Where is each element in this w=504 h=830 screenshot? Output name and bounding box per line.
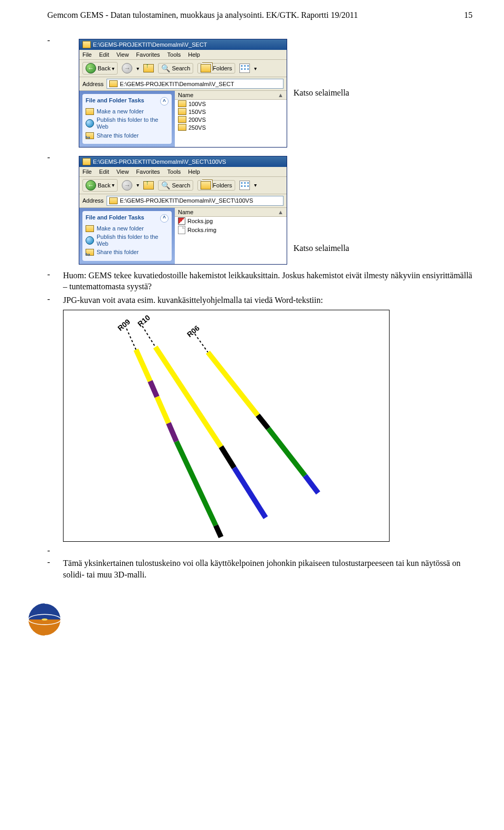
views-button[interactable] xyxy=(239,181,250,190)
bullet-dash: - xyxy=(47,546,63,555)
menu-edit[interactable]: Edit xyxy=(99,51,109,58)
chevron-down-icon: ▾ xyxy=(112,66,114,71)
bullet-dash: - xyxy=(47,270,63,279)
search-button[interactable]: 🔍 Search xyxy=(158,63,193,73)
caption-text: Katso selaimella xyxy=(293,88,349,98)
tasks-pane: File and Folder Tasks ^ Make a new folde… xyxy=(79,208,175,264)
menu-help[interactable]: Help xyxy=(188,51,200,58)
views-button[interactable] xyxy=(239,64,250,73)
menu-file[interactable]: File xyxy=(82,169,92,175)
svg-line-4 xyxy=(127,329,136,350)
task-publish[interactable]: Publish this folder to the Web xyxy=(86,234,169,247)
folders-button[interactable]: Folders xyxy=(197,63,235,73)
svg-line-10 xyxy=(216,526,221,537)
explorer-window-2: E:\GEMS-PROJEKTIT\Demomalmi\V_SECT\100VS… xyxy=(79,156,287,265)
svg-line-5 xyxy=(136,350,150,381)
chevron-down-icon: ▾ xyxy=(136,182,139,188)
address-input[interactable]: E:\GEMS-PROJEKTIT\Demomalmi\V_SECT\100VS xyxy=(107,196,284,206)
menu-bar[interactable]: File Edit View Favorites Tools Help xyxy=(79,50,287,60)
task-make-folder[interactable]: Make a new folder xyxy=(86,108,169,115)
menu-edit[interactable]: Edit xyxy=(99,169,109,175)
svg-line-8 xyxy=(169,423,176,442)
chevron-down-icon: ▾ xyxy=(112,182,114,188)
svg-line-11 xyxy=(195,334,208,352)
file-list: Name ▲ Rocks.jpg Rocks.rimg xyxy=(175,208,287,264)
explorer-window-1: E:\GEMS-PROJEKTIT\Demomalmi\V_SECT File … xyxy=(79,39,287,148)
page-number: 15 xyxy=(464,10,472,20)
window-title: E:\GEMS-PROJEKTIT\Demomalmi\V_SECT xyxy=(93,41,207,48)
window-titlebar[interactable]: E:\GEMS-PROJEKTIT\Demomalmi\V_SECT xyxy=(79,39,287,50)
bullet-dash: - xyxy=(47,295,63,304)
toolbar: ← Back ▾ → ▾ 🔍 Search Fol xyxy=(79,60,287,77)
menu-file[interactable]: File xyxy=(82,51,92,58)
chevron-down-icon: ▾ xyxy=(136,66,139,71)
menu-bar[interactable]: File Edit View Favorites Tools Help xyxy=(79,167,287,177)
task-make-folder[interactable]: Make a new folder xyxy=(86,225,169,232)
list-item[interactable]: 100VS xyxy=(175,100,287,108)
up-button[interactable] xyxy=(143,64,154,72)
svg-point-21 xyxy=(41,618,47,621)
forward-button[interactable]: → xyxy=(122,63,132,73)
gtk-logo xyxy=(26,601,472,638)
new-folder-icon xyxy=(86,225,94,232)
bullet-dash: - xyxy=(47,36,63,45)
globe-icon xyxy=(86,236,94,245)
folder-icon xyxy=(109,197,118,204)
menu-favorites[interactable]: Favorites xyxy=(136,169,160,175)
list-item[interactable]: 150VS xyxy=(175,108,287,115)
globe-icon xyxy=(86,119,94,128)
folder-icon xyxy=(82,41,91,48)
menu-view[interactable]: View xyxy=(117,51,129,58)
back-button[interactable]: ← Back ▾ xyxy=(82,62,118,75)
chevron-down-icon: ▾ xyxy=(254,182,257,188)
search-button[interactable]: 🔍 Search xyxy=(158,180,193,191)
menu-help[interactable]: Help xyxy=(188,169,200,175)
svg-line-0 xyxy=(142,326,155,347)
menu-view[interactable]: View xyxy=(117,169,129,175)
column-name[interactable]: Name xyxy=(178,209,193,215)
task-share[interactable]: Share this folder xyxy=(86,132,169,139)
tasks-title: File and Folder Tasks xyxy=(86,97,144,106)
address-input[interactable]: E:\GEMS-PROJEKTIT\Demomalmi\V_SECT xyxy=(107,79,284,89)
svg-line-12 xyxy=(208,352,258,415)
collapse-icon[interactable]: ^ xyxy=(160,97,169,106)
svg-line-14 xyxy=(268,428,305,476)
bullet-dash: - xyxy=(47,153,63,162)
address-label: Address xyxy=(82,81,103,87)
image-file-icon xyxy=(178,217,185,225)
sort-asc-icon[interactable]: ▲ xyxy=(278,209,284,215)
list-item[interactable]: Rocks.jpg xyxy=(175,217,287,225)
file-list: Name ▲ 100VS 150VS 200VS 250VS xyxy=(175,91,287,147)
folder-icon xyxy=(82,158,91,165)
collapse-icon[interactable]: ^ xyxy=(160,214,169,223)
drillhole-diagram: R09 R10 R06 xyxy=(63,310,390,542)
svg-line-7 xyxy=(157,397,169,423)
task-publish[interactable]: Publish this folder to the Web xyxy=(86,117,169,130)
list-item[interactable]: 250VS xyxy=(175,123,287,131)
up-button[interactable] xyxy=(143,181,154,190)
share-icon xyxy=(86,132,94,139)
menu-tools[interactable]: Tools xyxy=(167,51,181,58)
menu-tools[interactable]: Tools xyxy=(167,169,181,175)
note-jpg: JPG-kuvan voit avata esim. kuvankäsittel… xyxy=(63,295,323,306)
menu-favorites[interactable]: Favorites xyxy=(136,51,160,58)
svg-line-2 xyxy=(221,447,234,468)
window-titlebar[interactable]: E:\GEMS-PROJEKTIT\Demomalmi\V_SECT\100VS xyxy=(79,156,287,167)
address-bar: Address E:\GEMS-PROJEKTIT\Demomalmi\V_SE… xyxy=(79,194,287,208)
note-tama: Tämä yksinkertainen tulostuskeino voi ol… xyxy=(63,558,472,580)
folder-icon xyxy=(178,108,186,115)
task-share[interactable]: Share this folder xyxy=(86,249,169,256)
svg-line-9 xyxy=(176,442,216,526)
tasks-pane: File and Folder Tasks ^ Make a new folde… xyxy=(79,91,175,147)
back-button[interactable]: ← Back ▾ xyxy=(82,179,118,192)
search-icon: 🔍 xyxy=(161,64,170,72)
tasks-title: File and Folder Tasks xyxy=(86,214,144,223)
folders-button[interactable]: Folders xyxy=(197,180,235,191)
address-text: E:\GEMS-PROJEKTIT\Demomalmi\V_SECT\100VS xyxy=(120,197,253,204)
column-name[interactable]: Name xyxy=(178,92,193,98)
sort-asc-icon[interactable]: ▲ xyxy=(278,92,284,98)
folder-icon xyxy=(178,100,186,107)
forward-button[interactable]: → xyxy=(122,180,132,191)
list-item[interactable]: Rocks.rimg xyxy=(175,225,287,235)
list-item[interactable]: 200VS xyxy=(175,115,287,123)
